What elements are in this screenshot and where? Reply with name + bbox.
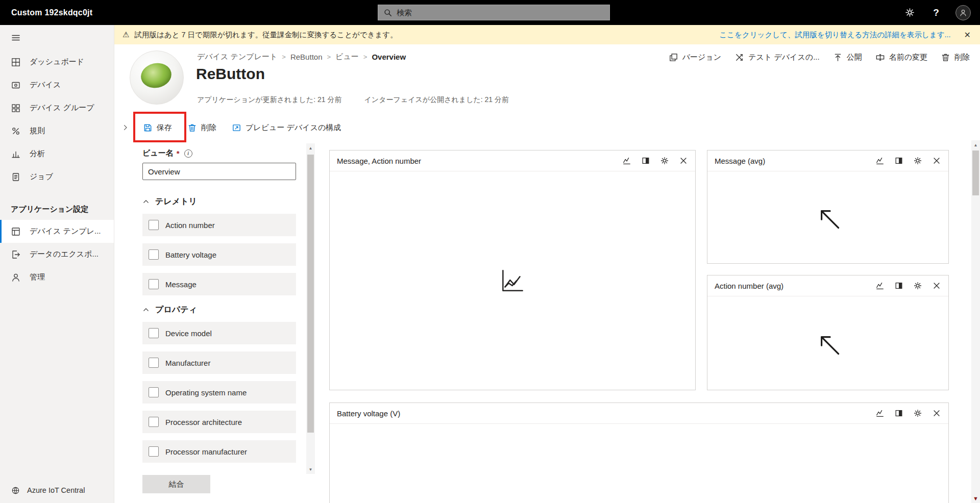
test-devices-button[interactable]: テスト デバイスの... [734,53,819,62]
telemetry-option-message[interactable]: Message [142,273,296,295]
form-scrollbar[interactable]: ▲ ▼ [306,143,315,474]
tile-close-icon[interactable] [932,156,941,165]
preview-device-config-button[interactable]: プレビュー デバイスの構成 [232,123,341,133]
search-input[interactable] [397,8,604,17]
sidebar-item-rules[interactable]: 規則 [0,119,114,142]
notification-close-icon[interactable]: ✕ [964,30,971,40]
chart-placeholder-icon [498,266,527,295]
sidebar-item-label: ダッシュボード [30,57,84,67]
preview-label: プレビュー デバイスの構成 [246,123,341,133]
breadcrumb-device-templates[interactable]: デバイス テンプレート [197,52,277,62]
sidebar-item-analytics[interactable]: 分析 [0,142,114,165]
line-chart-icon[interactable] [622,156,631,165]
scroll-up-icon[interactable]: ▲ [971,141,980,149]
breadcrumb-separator: > [282,53,286,61]
tile-settings-gear-icon[interactable] [913,156,922,165]
publish-button[interactable]: 公開 [833,53,862,62]
checkbox[interactable] [149,279,159,289]
tile-settings-gear-icon[interactable] [913,281,922,290]
trash-icon [941,53,950,62]
line-chart-icon[interactable] [875,156,885,165]
tile-header: Action number (avg) [707,275,948,296]
page-title: ReButton [196,65,265,83]
properties-section-title: プロパティ [155,305,197,315]
telemetry-section-header[interactable]: テレメトリ [142,195,296,208]
sidebar-item-label: デバイス グループ [30,103,94,113]
property-option-device-model[interactable]: Device model [142,322,296,344]
checkbox[interactable] [149,249,159,260]
sidebar-item-administration[interactable]: 管理 [0,266,114,289]
tile-title: Message (avg) [715,157,875,165]
tile-body [707,171,948,263]
combine-button[interactable]: 結合 [142,475,210,493]
tile-actions [875,281,941,290]
scroll-down-icon[interactable]: ▼ [306,465,315,473]
tile-message-avg: Message (avg) [707,150,949,264]
tile-settings-gear-icon[interactable] [913,409,922,418]
rename-icon [875,53,885,62]
sidebar-item-jobs[interactable]: ジョブ [0,165,114,188]
telemetry-option-battery-voltage[interactable]: Battery voltage [142,243,296,266]
sidebar-footer-azure-iot-central[interactable]: Azure IoT Central [0,477,114,503]
sidebar-item-dashboard[interactable]: ダッシュボード [0,51,114,73]
checkbox[interactable] [149,387,159,397]
chevron-up-icon [142,198,150,205]
device-image[interactable] [130,51,184,105]
tile-title: Message, Action number [337,157,622,165]
user-avatar[interactable] [955,5,971,20]
checkbox[interactable] [149,446,159,457]
global-search[interactable] [378,5,610,20]
canvas-scrollbar[interactable]: ▲ ▼ [971,140,980,503]
card-view-icon[interactable] [894,409,903,418]
menu-toggle[interactable] [0,25,114,51]
property-option-processor-manufacturer[interactable]: Processor manufacturer [142,440,296,463]
scroll-up-icon[interactable]: ▲ [306,144,315,152]
tile-battery-voltage: Battery voltage (V) [329,403,949,503]
checkbox[interactable] [149,358,159,368]
view-name-input[interactable] [142,163,296,180]
scroll-down-icon[interactable]: ▼ [971,494,980,502]
trial-info-link[interactable]: ここをクリックして、試用版を切り替える方法の詳細を表示します... [719,30,950,40]
tile-close-icon[interactable] [932,409,941,418]
save-button[interactable]: 保存 [143,123,172,133]
sidebar-item-device-groups[interactable]: デバイス グループ [0,96,114,119]
collapse-panel-chevron-icon[interactable] [121,123,130,132]
card-view-icon[interactable] [641,156,650,165]
tile-close-icon[interactable] [932,281,941,290]
tile-settings-gear-icon[interactable] [660,156,669,165]
sidebar-item-label: 分析 [30,149,45,159]
info-icon: i [184,149,192,158]
sidebar-item-label: 規則 [30,126,45,136]
tile-close-icon[interactable] [679,156,688,165]
properties-section-header[interactable]: プロパティ [142,304,296,316]
checkbox[interactable] [149,328,159,338]
required-asterisk: * [177,149,180,158]
rename-button[interactable]: 名前の変更 [875,53,927,62]
card-view-icon[interactable] [894,156,903,165]
line-chart-icon[interactable] [875,409,885,418]
delete-button[interactable]: 削除 [187,123,216,133]
form-scrollbar-thumb[interactable] [307,155,314,433]
property-option-processor-architecture[interactable]: Processor architecture [142,411,296,433]
help-button[interactable]: ? [929,6,943,20]
breadcrumb-rebutton[interactable]: ReButton [290,53,323,61]
header-delete-button[interactable]: 削除 [941,53,970,62]
sidebar-item-data-export[interactable]: データのエクスポ... [0,243,114,266]
trial-warning-text: 試用版はあと 7 日で期限が切れます。従量課金制に変換することができます。 [134,30,397,40]
checkbox[interactable] [149,417,159,427]
card-view-icon[interactable] [894,281,903,290]
line-chart-icon[interactable] [875,281,885,290]
sidebar-item-label: ジョブ [30,172,53,182]
sidebar-item-device-templates[interactable]: デバイス テンプレ... [0,220,114,243]
device-templates-icon [11,227,21,237]
version-button[interactable]: バージョン [669,53,721,62]
canvas-scrollbar-thumb[interactable] [972,150,979,195]
property-option-manufacturer[interactable]: Manufacturer [142,351,296,374]
checkbox[interactable] [149,220,159,230]
sidebar-item-devices[interactable]: デバイス [0,73,114,96]
telemetry-option-action-number[interactable]: Action number [142,214,296,236]
view-name-field-label: ビュー名 * i [142,148,296,158]
property-option-os-name[interactable]: Operating system name [142,381,296,404]
breadcrumb-views[interactable]: ビュー [335,52,359,62]
settings-gear-button[interactable] [902,6,917,20]
